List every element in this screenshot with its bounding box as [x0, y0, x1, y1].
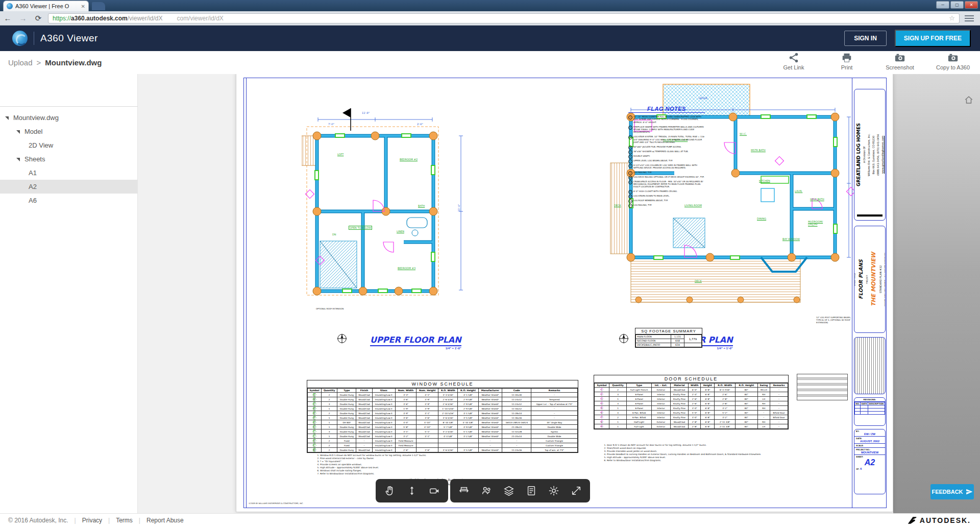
company-address: Box 663; Gunnison, CO 81230	[872, 93, 875, 216]
get-link-button[interactable]: Get Link	[774, 52, 814, 70]
tree-label-sheets: Sheets	[24, 155, 45, 163]
measure-icon[interactable]	[455, 482, 473, 499]
sign-up-button[interactable]: SIGN UP FOR FREE	[895, 30, 971, 47]
a360-logo-icon	[12, 31, 28, 46]
zoom-icon[interactable]	[403, 482, 421, 499]
copy-to-a360-button[interactable]: Copy to A360	[933, 52, 973, 70]
tree-label-root: Mountview.dwg	[13, 114, 59, 122]
model-browser-icon[interactable]	[478, 482, 495, 499]
bookmark-star-icon[interactable]: ☆	[949, 14, 955, 22]
scale-label: SCALE:	[856, 444, 884, 447]
upper-plan-title-block: UPPER FLOOR PLAN 1/4" = 1'-0"	[370, 335, 461, 350]
send-plane-icon	[966, 488, 973, 495]
company-name2: Williams Ent. & Constructors, Inc.	[867, 93, 870, 216]
settings-gear-icon[interactable]	[545, 482, 562, 499]
fullscreen-icon[interactable]	[568, 482, 585, 499]
door-schedule-title: DOOR SCHEDULE	[594, 375, 788, 383]
caret-expanded-icon[interactable]	[16, 158, 20, 161]
autodesk-wordmark: AUTODESK.	[920, 516, 971, 524]
tree-item-root[interactable]: Mountview.dwg	[0, 111, 138, 125]
camera-copy-icon	[947, 52, 959, 63]
browser-menu-icon[interactable]	[965, 15, 974, 21]
maximize-button[interactable]: ▢	[950, 1, 964, 9]
rev-col-date: DATE	[861, 402, 868, 405]
home-view-icon[interactable]	[964, 95, 974, 105]
footer-copyright: © 2016 Autodesk, Inc.	[8, 517, 68, 524]
tree-item-model[interactable]: Model	[0, 125, 138, 138]
orbit-camera-icon[interactable]	[426, 482, 443, 499]
legal-paragraph-block	[854, 337, 886, 394]
room-label: BAY WINDOW	[782, 237, 800, 241]
dimension-label: 2'-6"	[417, 123, 423, 126]
tree-item-sheet-a6[interactable]: A6	[0, 194, 138, 207]
breadcrumb: Upload > Mountview.dwg	[8, 58, 102, 67]
of-value: 6	[860, 467, 862, 470]
title-block-bar	[857, 214, 883, 217]
layers-icon[interactable]	[500, 482, 518, 499]
forward-icon[interactable]: →	[15, 14, 31, 22]
tree-item-2d-view[interactable]: 2D View	[0, 138, 138, 152]
room-label: LAUN.	[795, 189, 802, 193]
refresh-icon[interactable]: ⟳	[31, 14, 46, 23]
print-button[interactable]: Print	[827, 52, 867, 70]
revisions-label: REVISIONS:	[854, 398, 885, 402]
screenshot-button[interactable]: Screenshot	[880, 52, 920, 70]
breadcrumb-upload[interactable]: Upload	[8, 58, 33, 67]
caret-expanded-icon[interactable]	[5, 116, 9, 120]
log-post-note: 12" LOG POST SUPPORTING BEAMS, TYPICAL O…	[816, 316, 852, 324]
favicon-a360	[7, 3, 13, 9]
browser-tab[interactable]: A360 Viewer | Free O ✕	[3, 1, 89, 11]
project-name: THE MOUNTVIEW	[870, 229, 877, 329]
north-arrow-icon	[336, 333, 348, 344]
tree-label-a2: A2	[29, 183, 37, 190]
tab-close-icon[interactable]: ✕	[81, 4, 85, 9]
window-schedule-title: WINDOW SCHEDULE	[307, 380, 578, 388]
door-schedule-table: SymbolQuantityTypeInt. – Ext.MaterialWid…	[595, 384, 788, 429]
room-label: DECK	[695, 279, 702, 282]
door-schedule: DOOR SCHEDULE SymbolQuantityTypeInt. – E…	[594, 375, 789, 429]
room-label: W.I.C.	[740, 132, 747, 135]
of-label: OF:	[856, 468, 860, 470]
header-divider	[34, 32, 34, 45]
title-block: GREATLAND LOG HOMES A Division Of Willia…	[854, 89, 886, 497]
screenshot-label: Screenshot	[886, 64, 914, 70]
report-abuse-link[interactable]: Report Abuse	[146, 517, 184, 524]
properties-icon[interactable]	[523, 482, 540, 499]
room-label: MUDROOM/ UTILITY	[808, 220, 831, 226]
a360-header: A360 Viewer SIGN IN SIGN UP FOR FREE	[0, 26, 980, 51]
tree-item-sheets[interactable]: Sheets	[0, 152, 138, 166]
autodesk-logo: AUTODESK.	[908, 516, 971, 524]
caret-expanded-icon[interactable]	[16, 130, 20, 134]
tree-label-a1: A1	[29, 169, 37, 177]
privacy-link[interactable]: Privacy	[82, 517, 102, 524]
terms-link[interactable]: Terms	[116, 517, 133, 524]
browser-window: A360 Viewer | Free O ✕ ─ ▢ ✕ ← → ⟳ https…	[0, 0, 980, 527]
breadcrumb-filename: Mountview.dwg	[45, 58, 102, 67]
flag-notes-list: 12"-16" MEAN DIAMETER FULL ROUND HANDCRA…	[628, 115, 705, 206]
close-button[interactable]: ✕	[965, 1, 978, 9]
sqft-row-label: MAIN FLOOR	[636, 335, 671, 339]
url-bar[interactable]: https://a360.autodesk.com/viewer/id/dXco…	[48, 13, 960, 23]
sign-in-button[interactable]: SIGN IN	[844, 31, 887, 46]
door-schedule-notes: Door R.O.'s shown do NOT account for doo…	[607, 444, 791, 462]
back-icon[interactable]: ←	[0, 14, 15, 22]
print-label: Print	[841, 64, 853, 70]
sqft-row-label: SECOND FLOOR	[636, 339, 671, 343]
drawing-sheet-a2[interactable]: LOFT BEDROOM #2 BATH LINEN OPEN TO BELOW…	[236, 74, 893, 512]
feedback-button[interactable]: FEEDBACK	[930, 484, 974, 499]
upper-plan-scale: 1/4" = 1'-0"	[370, 347, 461, 350]
sqft-row-value: 658	[671, 339, 684, 343]
room-label: DINING	[757, 217, 766, 220]
company-web: www.greatlandloghomes.com	[881, 93, 884, 216]
upper-floor-plan-drawing: LOFT BEDROOM #2 BATH LINEN OPEN TO BELOW…	[302, 104, 470, 324]
pan-icon[interactable]	[381, 482, 398, 499]
tree-item-sheet-a2-selected[interactable]: A2	[0, 180, 138, 194]
dimension-label: 11'-4"	[457, 204, 460, 211]
minimize-button[interactable]: ─	[936, 1, 949, 9]
footer-separator: |	[75, 517, 76, 524]
new-tab-button[interactable]	[92, 2, 105, 10]
room-label: BATH	[418, 204, 425, 207]
copy-to-a360-label: Copy to A360	[936, 64, 970, 70]
tree-item-sheet-a1[interactable]: A1	[0, 166, 138, 180]
viewer-canvas[interactable]: LOFT BEDROOM #2 BATH LINEN OPEN TO BELOW…	[138, 74, 980, 513]
